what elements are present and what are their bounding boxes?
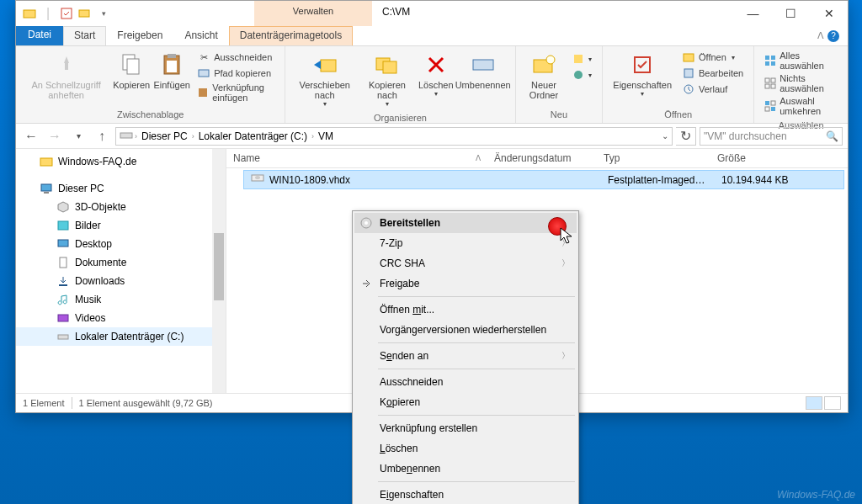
close-button[interactable]: ✕ bbox=[810, 1, 848, 26]
cube-icon bbox=[56, 200, 70, 214]
tree-item-music[interactable]: Musik bbox=[16, 290, 226, 309]
open-button[interactable]: Öffnen▾ bbox=[678, 50, 747, 65]
watermark: Windows-FAQ.de bbox=[777, 489, 855, 501]
paste-button[interactable]: Einfügen bbox=[152, 48, 192, 93]
minimize-button[interactable]: — bbox=[734, 1, 772, 26]
col-type[interactable]: Typ bbox=[597, 149, 710, 167]
tree-item-downloads[interactable]: Downloads bbox=[16, 272, 226, 290]
new-item-button[interactable]: ▾ bbox=[568, 51, 595, 66]
svg-rect-20 bbox=[684, 69, 693, 77]
copy-to-icon bbox=[374, 51, 401, 78]
crumb-pc[interactable]: Dieser PC bbox=[139, 130, 190, 142]
cm-properties[interactable]: Eigenschaften bbox=[354, 485, 577, 504]
ribbon-group-open: Eigenschaften▾ Öffnen▾ Bearbeiten Verlau… bbox=[603, 46, 754, 123]
context-menu: Bereitstellen 7-Zip〉 CRC SHA〉 Freigabe Ö… bbox=[352, 210, 579, 504]
view-details-button[interactable] bbox=[806, 396, 822, 410]
search-input[interactable]: "VM" durchsuchen🔍 bbox=[700, 127, 843, 146]
new-folder-button[interactable]: Neuer Ordner bbox=[521, 48, 567, 103]
tree-item-desktop[interactable]: Desktop bbox=[16, 235, 226, 253]
nav-recent-button[interactable]: ▾ bbox=[68, 126, 88, 146]
ribbon: An Schnellzugriff anheften Kopieren Einf… bbox=[16, 46, 848, 124]
cut-button[interactable]: ✂Ausschneiden bbox=[194, 50, 278, 65]
tree-item-faq[interactable]: Windows-FAQ.de bbox=[16, 152, 226, 171]
tree-scrollbar[interactable] bbox=[212, 149, 226, 393]
pin-button[interactable]: An Schnellzugriff anheften bbox=[21, 48, 111, 103]
cm-7zip[interactable]: 7-Zip〉 bbox=[354, 233, 577, 253]
properties-icon[interactable] bbox=[60, 7, 73, 20]
collapse-ribbon-button[interactable]: ᐱ? bbox=[809, 26, 848, 45]
file-size: 10.194.944 KB bbox=[715, 172, 799, 188]
col-size[interactable]: Größe bbox=[710, 149, 795, 167]
select-all-button[interactable]: Alles auswählen bbox=[761, 50, 841, 72]
cm-crc[interactable]: CRC SHA〉 bbox=[354, 253, 577, 273]
rename-button[interactable]: Umbenennen bbox=[456, 48, 510, 93]
breadcrumb-dropdown-icon[interactable]: ⌄ bbox=[662, 131, 668, 141]
properties-button[interactable]: Eigenschaften▾ bbox=[608, 48, 677, 101]
copy-button[interactable]: Kopieren bbox=[111, 48, 152, 93]
svg-rect-38 bbox=[58, 221, 68, 230]
svg-point-45 bbox=[255, 176, 260, 179]
svg-rect-4 bbox=[127, 59, 139, 74]
col-date[interactable]: Änderungsdatum bbox=[487, 149, 597, 167]
cm-prev-versions[interactable]: Vorgängerversionen wiederherstellen bbox=[354, 320, 577, 340]
nav-forward-button[interactable]: → bbox=[45, 126, 65, 146]
cm-open-with[interactable]: Öffnen mit... bbox=[354, 300, 577, 320]
status-selected: 1 Element ausgewählt (9,72 GB) bbox=[79, 398, 213, 408]
move-icon bbox=[311, 51, 338, 78]
easy-access-icon bbox=[572, 68, 585, 82]
tab-disk-tools[interactable]: Datenträgerimagetools bbox=[229, 26, 353, 45]
tree-item-drive[interactable]: Lokaler Datenträger (C:) bbox=[16, 327, 226, 346]
scissors-icon: ✂ bbox=[197, 50, 210, 64]
history-button[interactable]: Verlauf bbox=[678, 82, 747, 97]
svg-rect-1 bbox=[61, 8, 72, 19]
select-none-button[interactable]: Nichts auswählen bbox=[761, 72, 841, 94]
status-count: 1 Element bbox=[23, 398, 65, 408]
cm-cut[interactable]: Ausschneiden bbox=[354, 372, 577, 392]
tab-view[interactable]: Ansicht bbox=[173, 26, 228, 45]
tab-start[interactable]: Start bbox=[63, 26, 106, 45]
tree-item-pc[interactable]: Dieser PC bbox=[16, 179, 226, 198]
cm-rename[interactable]: Umbenennen bbox=[354, 459, 577, 479]
qat-dropdown-icon[interactable]: ▾ bbox=[97, 7, 110, 20]
delete-button[interactable]: Löschen▾ bbox=[416, 48, 456, 101]
pc-icon bbox=[40, 182, 53, 195]
ribbon-tabs: Datei Start Freigeben Ansicht Datenträge… bbox=[16, 26, 848, 46]
nav-up-button[interactable]: ↑ bbox=[92, 126, 112, 146]
chevron-right-icon: 〉 bbox=[561, 257, 570, 269]
cm-create-shortcut[interactable]: Verknüpfung erstellen bbox=[354, 418, 577, 438]
easy-access-button[interactable]: ▾ bbox=[568, 67, 595, 82]
videos-icon bbox=[56, 311, 70, 325]
col-name[interactable]: Nameᐱ bbox=[226, 149, 487, 167]
open-icon bbox=[682, 50, 695, 64]
tree-item-videos[interactable]: Videos bbox=[16, 309, 226, 327]
maximize-button[interactable]: ☐ bbox=[772, 1, 810, 26]
tab-share[interactable]: Freigeben bbox=[106, 26, 173, 45]
cm-delete[interactable]: Löschen bbox=[354, 438, 577, 459]
cm-copy[interactable]: Kopieren bbox=[354, 392, 577, 412]
file-row[interactable]: WIN10-1809.vhdx Festplatten-Imagedat... … bbox=[243, 170, 844, 189]
cm-mount[interactable]: Bereitstellen bbox=[354, 213, 577, 233]
edit-button[interactable]: Bearbeiten bbox=[678, 66, 747, 81]
svg-rect-27 bbox=[771, 78, 775, 82]
crumb-drive[interactable]: Lokaler Datenträger (C:) bbox=[196, 130, 310, 142]
tab-file[interactable]: Datei bbox=[16, 26, 63, 45]
paste-shortcut-button[interactable]: Verknüpfung einfügen bbox=[194, 82, 278, 103]
crumb-folder[interactable]: VM bbox=[316, 130, 336, 142]
breadcrumb[interactable]: › Dieser PC › Lokaler Datenträger (C:) ›… bbox=[115, 127, 673, 146]
svg-rect-34 bbox=[120, 133, 132, 138]
view-large-button[interactable] bbox=[824, 396, 841, 410]
cm-share[interactable]: Freigabe bbox=[354, 273, 577, 294]
tree-item-pictures[interactable]: Bilder bbox=[16, 216, 226, 235]
tree-item-documents[interactable]: Dokumente bbox=[16, 253, 226, 272]
ribbon-group-new: Neuer Ordner ▾ ▾ Neu bbox=[516, 46, 604, 123]
copy-to-button[interactable]: Kopieren nach▾ bbox=[359, 48, 416, 111]
refresh-button[interactable]: ↻ bbox=[676, 127, 696, 146]
move-to-button[interactable]: Verschieben nach▾ bbox=[290, 48, 359, 111]
svg-rect-2 bbox=[79, 10, 89, 17]
new-folder-icon[interactable] bbox=[78, 7, 92, 20]
nav-back-button[interactable]: ← bbox=[21, 126, 41, 146]
cm-send-to[interactable]: Senden an〉 bbox=[354, 346, 577, 366]
copy-path-button[interactable]: Pfad kopieren bbox=[194, 66, 278, 81]
invert-selection-button[interactable]: Auswahl umkehren bbox=[761, 95, 841, 117]
tree-item-3d[interactable]: 3D-Objekte bbox=[16, 198, 226, 216]
